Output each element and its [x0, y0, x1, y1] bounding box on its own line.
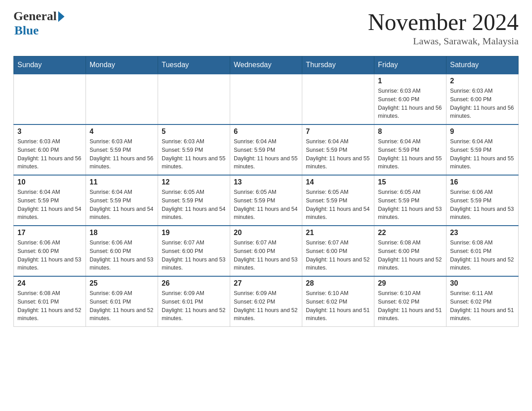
table-row: 7Sunrise: 6:04 AMSunset: 5:59 PMDaylight…	[302, 124, 374, 175]
col-friday: Friday	[374, 56, 446, 74]
day-info: Sunrise: 6:08 AMSunset: 6:00 PMDaylight:…	[378, 239, 442, 272]
day-number: 12	[162, 178, 226, 186]
table-row: 20Sunrise: 6:07 AMSunset: 6:00 PMDayligh…	[230, 226, 302, 276]
day-number: 27	[234, 279, 298, 287]
day-number: 13	[234, 178, 298, 186]
day-info: Sunrise: 6:03 AMSunset: 6:00 PMDaylight:…	[17, 137, 82, 171]
table-row: 13Sunrise: 6:05 AMSunset: 5:59 PMDayligh…	[230, 175, 302, 226]
table-row: 21Sunrise: 6:07 AMSunset: 6:00 PMDayligh…	[302, 226, 374, 276]
calendar-week-row: 24Sunrise: 6:08 AMSunset: 6:01 PMDayligh…	[14, 276, 519, 327]
day-number: 17	[17, 229, 82, 237]
day-info: Sunrise: 6:05 AMSunset: 5:59 PMDaylight:…	[162, 188, 226, 222]
col-tuesday: Tuesday	[158, 56, 230, 74]
day-info: Sunrise: 6:07 AMSunset: 6:00 PMDaylight:…	[306, 239, 370, 272]
table-row	[86, 74, 158, 124]
table-row: 30Sunrise: 6:11 AMSunset: 6:02 PMDayligh…	[446, 276, 519, 327]
table-row: 19Sunrise: 6:07 AMSunset: 6:00 PMDayligh…	[158, 226, 230, 276]
day-number: 29	[378, 279, 442, 287]
day-info: Sunrise: 6:09 AMSunset: 6:02 PMDaylight:…	[234, 289, 298, 323]
day-info: Sunrise: 6:04 AMSunset: 5:59 PMDaylight:…	[234, 137, 298, 171]
title-block: November 2024 Lawas, Sarawak, Malaysia	[368, 9, 519, 47]
table-row	[302, 74, 374, 124]
table-row: 29Sunrise: 6:10 AMSunset: 6:02 PMDayligh…	[374, 276, 446, 327]
table-row: 26Sunrise: 6:09 AMSunset: 6:01 PMDayligh…	[158, 276, 230, 327]
day-number: 23	[450, 229, 515, 237]
day-info: Sunrise: 6:03 AMSunset: 5:59 PMDaylight:…	[90, 137, 154, 171]
day-number: 28	[306, 279, 370, 287]
table-row: 10Sunrise: 6:04 AMSunset: 5:59 PMDayligh…	[14, 175, 86, 226]
calendar-header-row: Sunday Monday Tuesday Wednesday Thursday…	[14, 56, 519, 74]
day-info: Sunrise: 6:04 AMSunset: 5:59 PMDaylight:…	[17, 188, 82, 222]
day-info: Sunrise: 6:08 AMSunset: 6:01 PMDaylight:…	[17, 289, 82, 323]
day-info: Sunrise: 6:07 AMSunset: 6:00 PMDaylight:…	[162, 239, 226, 272]
day-info: Sunrise: 6:06 AMSunset: 5:59 PMDaylight:…	[450, 188, 515, 222]
day-number: 14	[306, 178, 370, 186]
table-row: 5Sunrise: 6:03 AMSunset: 5:59 PMDaylight…	[158, 124, 230, 175]
day-info: Sunrise: 6:09 AMSunset: 6:01 PMDaylight:…	[90, 289, 154, 323]
table-row: 2Sunrise: 6:03 AMSunset: 6:00 PMDaylight…	[446, 74, 519, 124]
location-title: Lawas, Sarawak, Malaysia	[368, 35, 519, 47]
day-info: Sunrise: 6:04 AMSunset: 5:59 PMDaylight:…	[450, 137, 515, 171]
day-number: 24	[17, 279, 82, 287]
col-thursday: Thursday	[302, 56, 374, 74]
table-row: 23Sunrise: 6:08 AMSunset: 6:01 PMDayligh…	[446, 226, 519, 276]
logo: General Blue	[13, 9, 64, 38]
calendar-week-row: 10Sunrise: 6:04 AMSunset: 5:59 PMDayligh…	[14, 175, 519, 226]
day-info: Sunrise: 6:05 AMSunset: 5:59 PMDaylight:…	[234, 188, 298, 222]
day-number: 6	[234, 128, 298, 136]
day-number: 15	[378, 178, 442, 186]
day-info: Sunrise: 6:11 AMSunset: 6:02 PMDaylight:…	[450, 289, 515, 323]
day-info: Sunrise: 6:04 AMSunset: 5:59 PMDaylight:…	[306, 137, 370, 171]
day-number: 4	[90, 128, 154, 136]
day-number: 25	[90, 279, 154, 287]
table-row: 12Sunrise: 6:05 AMSunset: 5:59 PMDayligh…	[158, 175, 230, 226]
table-row: 14Sunrise: 6:05 AMSunset: 5:59 PMDayligh…	[302, 175, 374, 226]
table-row: 22Sunrise: 6:08 AMSunset: 6:00 PMDayligh…	[374, 226, 446, 276]
day-number: 9	[450, 128, 515, 136]
calendar-week-row: 1Sunrise: 6:03 AMSunset: 6:00 PMDaylight…	[14, 74, 519, 124]
day-number: 5	[162, 128, 226, 136]
logo-blue-text: Blue	[14, 23, 39, 38]
table-row	[14, 74, 86, 124]
table-row: 11Sunrise: 6:04 AMSunset: 5:59 PMDayligh…	[86, 175, 158, 226]
day-info: Sunrise: 6:08 AMSunset: 6:01 PMDaylight:…	[450, 239, 515, 272]
table-row: 4Sunrise: 6:03 AMSunset: 5:59 PMDaylight…	[86, 124, 158, 175]
table-row: 3Sunrise: 6:03 AMSunset: 6:00 PMDaylight…	[14, 124, 86, 175]
table-row: 27Sunrise: 6:09 AMSunset: 6:02 PMDayligh…	[230, 276, 302, 327]
day-number: 1	[378, 77, 442, 85]
day-number: 20	[234, 229, 298, 237]
day-number: 21	[306, 229, 370, 237]
day-number: 8	[378, 128, 442, 136]
day-info: Sunrise: 6:07 AMSunset: 6:00 PMDaylight:…	[234, 239, 298, 272]
table-row	[158, 74, 230, 124]
day-number: 19	[162, 229, 226, 237]
table-row: 9Sunrise: 6:04 AMSunset: 5:59 PMDaylight…	[446, 124, 519, 175]
day-info: Sunrise: 6:10 AMSunset: 6:02 PMDaylight:…	[306, 289, 370, 323]
calendar-table: Sunday Monday Tuesday Wednesday Thursday…	[13, 56, 519, 327]
day-info: Sunrise: 6:09 AMSunset: 6:01 PMDaylight:…	[162, 289, 226, 323]
day-number: 18	[90, 229, 154, 237]
logo-general-text: General	[13, 9, 56, 23]
table-row: 15Sunrise: 6:05 AMSunset: 5:59 PMDayligh…	[374, 175, 446, 226]
col-sunday: Sunday	[14, 56, 86, 74]
day-number: 7	[306, 128, 370, 136]
day-number: 30	[450, 279, 515, 287]
table-row: 17Sunrise: 6:06 AMSunset: 6:00 PMDayligh…	[14, 226, 86, 276]
day-info: Sunrise: 6:06 AMSunset: 6:00 PMDaylight:…	[17, 239, 82, 272]
col-monday: Monday	[86, 56, 158, 74]
day-info: Sunrise: 6:03 AMSunset: 5:59 PMDaylight:…	[162, 137, 226, 171]
table-row: 28Sunrise: 6:10 AMSunset: 6:02 PMDayligh…	[302, 276, 374, 327]
day-number: 22	[378, 229, 442, 237]
day-number: 2	[450, 77, 515, 85]
day-number: 3	[17, 128, 82, 136]
day-info: Sunrise: 6:03 AMSunset: 6:00 PMDaylight:…	[378, 87, 442, 120]
table-row: 24Sunrise: 6:08 AMSunset: 6:01 PMDayligh…	[14, 276, 86, 327]
day-number: 10	[17, 178, 82, 186]
page-header: General Blue November 2024 Lawas, Sarawa…	[13, 9, 519, 47]
calendar-week-row: 17Sunrise: 6:06 AMSunset: 6:00 PMDayligh…	[14, 226, 519, 276]
day-info: Sunrise: 6:06 AMSunset: 6:00 PMDaylight:…	[90, 239, 154, 272]
day-number: 26	[162, 279, 226, 287]
day-info: Sunrise: 6:05 AMSunset: 5:59 PMDaylight:…	[378, 188, 442, 222]
day-info: Sunrise: 6:03 AMSunset: 6:00 PMDaylight:…	[450, 87, 515, 120]
col-saturday: Saturday	[446, 56, 519, 74]
